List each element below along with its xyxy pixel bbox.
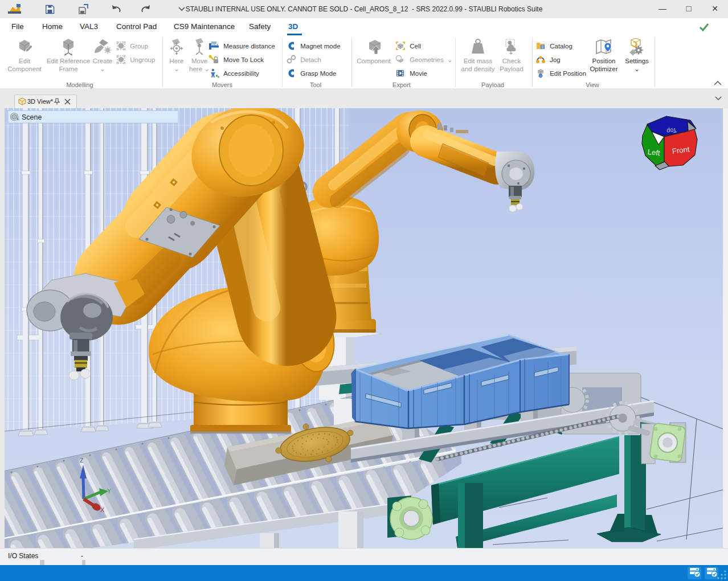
svg-text:X: X (100, 506, 105, 513)
svg-text:E: E (17, 117, 19, 121)
svg-text:Z: Z (80, 457, 84, 464)
svg-text:Y: Y (107, 488, 112, 494)
svg-text:Left: Left (647, 148, 661, 158)
svg-text:Scene: Scene (22, 113, 42, 121)
svg-text:Top: Top (666, 126, 677, 134)
